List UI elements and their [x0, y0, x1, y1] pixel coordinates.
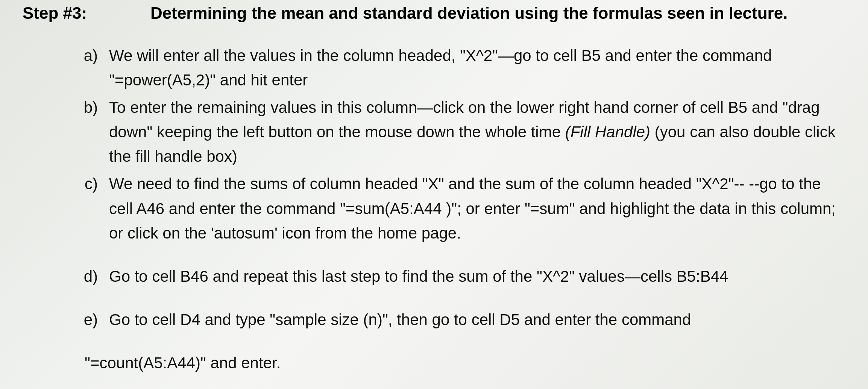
list-body: We need to find the sums of column heade… — [109, 172, 845, 245]
list-marker: c) — [79, 172, 109, 196]
list-item-c: c) We need to find the sums of column he… — [79, 172, 845, 245]
list-body: We will enter all the values in the colu… — [109, 43, 845, 92]
list-item-b: b) To enter the remaining values in this… — [79, 95, 845, 169]
list-body: Go to cell B46 and repeat this last step… — [109, 264, 728, 289]
continuation-line: "=count(A5:A44)" and enter. — [23, 351, 845, 375]
italic-text: (Fill Handle) — [565, 123, 650, 141]
list-marker: b) — [79, 95, 109, 120]
text: Go to cell D4 and type "sample size (n)"… — [109, 311, 691, 328]
step-header: Step #3: Determining the mean and standa… — [23, 4, 845, 23]
text: We need to find the sums of column heade… — [109, 175, 836, 242]
list-marker: a) — [79, 43, 109, 68]
text: Go to cell B46 and repeat this last step… — [109, 267, 728, 285]
text: We will enter all the values in the colu… — [109, 47, 772, 89]
list-body: Go to cell D4 and type "sample size (n)"… — [109, 307, 691, 332]
list-item-d: d) Go to cell B46 and repeat this last s… — [79, 264, 845, 289]
list-marker: e) — [79, 307, 109, 332]
list-body: To enter the remaining values in this co… — [109, 95, 845, 169]
instruction-list: a) We will enter all the values in the c… — [23, 43, 845, 332]
document-page: Step #3: Determining the mean and standa… — [0, 0, 868, 389]
list-item-e: e) Go to cell D4 and type "sample size (… — [79, 307, 845, 332]
step-title: Determining the mean and standard deviat… — [150, 4, 788, 23]
step-label: Step #3: — [23, 4, 150, 23]
list-item-a: a) We will enter all the values in the c… — [79, 43, 845, 92]
list-marker: d) — [79, 264, 109, 289]
